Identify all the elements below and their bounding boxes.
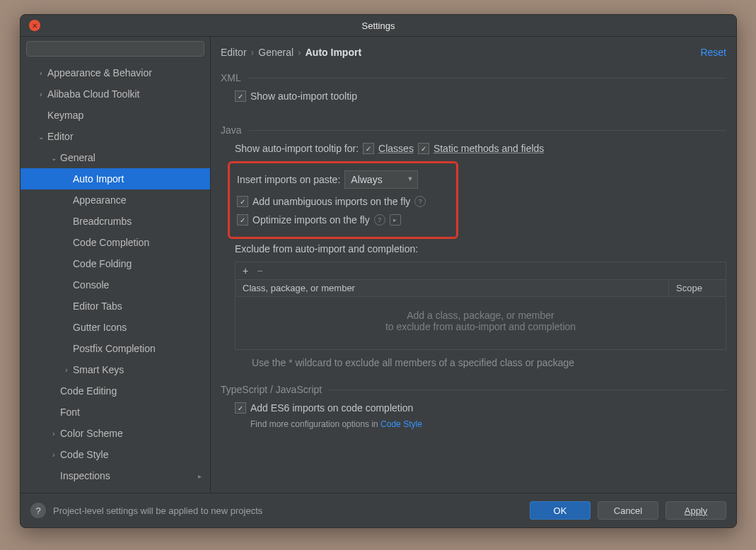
dialog-footer: ? Project-level settings will be applied…	[21, 493, 736, 527]
settings-panel: Editor › General › Auto Import Reset XML	[211, 37, 736, 493]
checkbox-label: Static methods and fields	[434, 143, 544, 154]
sidebar-item-gutter-icons[interactable]: ›Gutter Icons	[21, 317, 210, 338]
exclude-table: + − Class, package, or member Scope Add …	[235, 262, 726, 350]
breadcrumb-part[interactable]: Editor	[221, 47, 247, 58]
sidebar-item-smart-keys[interactable]: ›Smart Keys	[21, 359, 210, 380]
sidebar-item-label: Appearance & Behavior	[46, 67, 152, 78]
checkbox-label: Show auto-import tooltip	[250, 90, 357, 102]
chevron-right-icon: ›	[36, 90, 46, 98]
sidebar-item-appearance[interactable]: ›Appearance	[21, 189, 210, 211]
section-label: XML	[221, 72, 241, 83]
cancel-button[interactable]: Cancel	[598, 501, 658, 520]
settings-dialog: ✕ Settings ›Appearance & Behavior›Alibab…	[20, 14, 737, 528]
remove-button[interactable]: −	[257, 265, 262, 276]
section-java: Java	[221, 124, 726, 136]
section-xml: XML	[221, 72, 726, 83]
checkbox-optimize[interactable]	[237, 214, 248, 226]
sidebar-item-label: Color Scheme	[59, 428, 123, 439]
sidebar-item-console[interactable]: ›Console	[21, 274, 210, 296]
sidebar-item-label: Code Completion	[71, 237, 149, 248]
sidebar-item-label: Code Folding	[71, 258, 132, 269]
column-header-scope: Scope	[669, 280, 726, 296]
column-header-class: Class, package, or member	[235, 280, 669, 296]
sidebar-item-editor[interactable]: ⌄Editor	[21, 126, 210, 147]
checkbox-label: Add ES6 imports on code completion	[250, 402, 413, 414]
section-label: Java	[221, 124, 242, 136]
search-input[interactable]	[26, 41, 204, 57]
select-value: Always	[351, 174, 382, 185]
chevron-down-icon: ▼	[407, 175, 413, 182]
chevron-right-icon: ›	[298, 47, 301, 58]
sidebar-item-label: Code Style	[59, 449, 108, 460]
chevron-right-icon: ›	[251, 47, 255, 58]
chevron-right-icon: ›	[49, 451, 59, 459]
checkbox-add-es6[interactable]	[235, 402, 246, 414]
sidebar-item-editor-tabs[interactable]: ›Editor Tabs	[21, 296, 210, 317]
breadcrumb-part: Auto Import	[306, 47, 361, 58]
chevron-down-icon: ⌄	[49, 154, 59, 162]
select-insert-paste[interactable]: Always ▼	[344, 170, 418, 189]
checkbox-static-methods[interactable]	[418, 143, 429, 154]
exclude-placeholder: Add a class, package, or member to exclu…	[235, 297, 726, 349]
label-tooltip-for: Show auto-import tooltip for:	[235, 143, 359, 154]
sidebar-item-label: Keymap	[46, 110, 83, 121]
sidebar-item-auto-import[interactable]: ›Auto Import	[21, 168, 210, 189]
apply-button[interactable]: Apply	[665, 501, 726, 520]
sidebar-item-postfix-completion[interactable]: ›Postfix Completion	[21, 338, 210, 359]
sidebar-item-code-style[interactable]: ›Code Style	[21, 444, 210, 465]
settings-tree: ›Appearance & Behavior›Alibaba Cloud Too…	[21, 61, 210, 493]
chevron-down-icon: ⌄	[36, 133, 46, 141]
ok-button[interactable]: OK	[530, 501, 591, 520]
sidebar-item-general[interactable]: ⌄General	[21, 147, 210, 168]
checkbox-label: Add unambiguous imports on the fly	[252, 196, 410, 207]
chevron-right-icon: ›	[62, 366, 71, 374]
checkbox-xml-show-tooltip[interactable]	[235, 90, 246, 102]
section-ts: TypeScript / JavaScript	[221, 384, 726, 395]
breadcrumb: Editor › General › Auto Import	[221, 47, 361, 58]
checkbox-label: Optimize imports on the fly	[252, 214, 370, 226]
close-button[interactable]: ✕	[29, 20, 40, 31]
sidebar-item-label: Gutter Icons	[71, 322, 127, 333]
sidebar-item-code-folding[interactable]: ›Code Folding	[21, 253, 210, 274]
sidebar-item-label: Alibaba Cloud Toolkit	[46, 88, 140, 100]
sidebar: ›Appearance & Behavior›Alibaba Cloud Too…	[21, 37, 211, 493]
add-button[interactable]: +	[243, 265, 248, 276]
reset-link[interactable]: Reset	[700, 47, 726, 58]
sidebar-item-label: Smart Keys	[71, 364, 124, 375]
sidebar-item-font[interactable]: ›Font	[21, 402, 210, 423]
footer-note: Project-level settings will be applied t…	[53, 505, 523, 516]
label-insert-paste: Insert imports on paste:	[237, 174, 340, 185]
breadcrumb-part[interactable]: General	[258, 47, 293, 58]
sidebar-item-label: Postfix Completion	[71, 343, 156, 354]
titlebar: ✕ Settings	[21, 15, 736, 37]
modified-icon: ▸	[198, 472, 202, 480]
sidebar-item-label: Code Editing	[59, 385, 117, 397]
checkbox-classes[interactable]	[363, 143, 374, 154]
checkbox-label: Classes	[378, 143, 414, 154]
sidebar-item-breadcrumbs[interactable]: ›Breadcrumbs	[21, 211, 210, 232]
chevron-right-icon: ›	[49, 430, 59, 438]
code-style-link[interactable]: Code Style	[380, 419, 422, 429]
sidebar-item-label: Inspections	[59, 470, 110, 481]
label-exclude: Exclude from auto-import and completion:	[235, 243, 418, 254]
highlighted-region: Insert imports on paste: Always ▼ Add un…	[228, 161, 458, 239]
sidebar-item-label: Editor	[46, 131, 74, 142]
content: ›Appearance & Behavior›Alibaba Cloud Too…	[21, 37, 736, 493]
sidebar-item-label: Auto Import	[71, 173, 124, 185]
sidebar-item-label: Editor Tabs	[71, 300, 122, 312]
sidebar-item-inspections[interactable]: ›Inspections▸	[21, 465, 210, 486]
help-icon[interactable]: ?	[414, 196, 426, 207]
modified-icon[interactable]: ▸	[390, 214, 401, 226]
help-button[interactable]: ?	[30, 503, 46, 518]
sidebar-item-keymap[interactable]: ›Keymap	[21, 105, 210, 126]
dialog-title: Settings	[362, 21, 395, 31]
sidebar-item-appearance-behavior[interactable]: ›Appearance & Behavior	[21, 62, 210, 83]
sidebar-item-code-editing[interactable]: ›Code Editing	[21, 380, 210, 402]
sidebar-item-label: General	[59, 152, 95, 163]
sidebar-item-alibaba-cloud-toolkit[interactable]: ›Alibaba Cloud Toolkit	[21, 83, 210, 105]
help-icon[interactable]: ?	[374, 214, 385, 226]
sidebar-item-code-completion[interactable]: ›Code Completion	[21, 232, 210, 253]
note-text: Find more configuration options in	[250, 419, 380, 429]
sidebar-item-color-scheme[interactable]: ›Color Scheme	[21, 423, 210, 444]
checkbox-add-unambiguous[interactable]	[237, 196, 248, 207]
